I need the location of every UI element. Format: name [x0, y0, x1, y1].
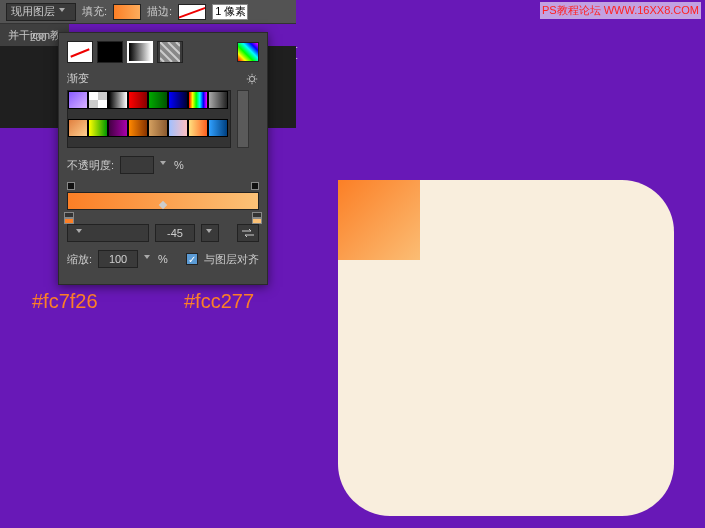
canvas-gradient-square — [338, 180, 420, 260]
gradient-title: 渐变 — [67, 71, 89, 86]
align-with-layer-checkbox[interactable] — [186, 253, 198, 265]
ruler-tick: 200 — [30, 32, 47, 43]
gradient-presets — [67, 90, 231, 148]
opacity-stop-right[interactable] — [251, 182, 259, 190]
fill-none-button[interactable] — [67, 41, 93, 63]
gradient-section: 渐变 — [67, 71, 259, 86]
angle-input[interactable]: -45 — [155, 224, 195, 242]
opacity-input[interactable] — [120, 156, 154, 174]
stroke-swatch[interactable] — [178, 4, 206, 20]
opacity-unit: % — [174, 159, 184, 171]
color-stop-right[interactable] — [252, 212, 262, 224]
fill-pattern-button[interactable] — [157, 41, 183, 63]
gradient-preset[interactable] — [168, 91, 188, 109]
angle-stepper — [201, 224, 219, 242]
options-bar: 现用图层 填充: 描边: — [0, 0, 296, 24]
gradient-preset[interactable] — [108, 91, 128, 109]
color-stop-left[interactable] — [64, 212, 74, 224]
gradient-preset[interactable] — [208, 91, 228, 109]
layer-mode-label: 现用图层 — [11, 4, 55, 19]
opacity-label: 不透明度: — [67, 158, 114, 173]
stroke-width-input[interactable] — [212, 4, 248, 20]
gradient-preset[interactable] — [128, 91, 148, 109]
gradient-preset[interactable] — [148, 119, 168, 137]
presets-scrollbar[interactable] — [237, 90, 249, 148]
opacity-stop-left[interactable] — [67, 182, 75, 190]
scale-unit: % — [158, 253, 168, 265]
chevron-down-icon — [76, 229, 84, 237]
hex-annotation-left: #fc7f26 — [32, 290, 98, 313]
gradient-preset[interactable] — [108, 119, 128, 137]
hex-annotation-right: #fcc277 — [184, 290, 254, 313]
chevron-down-icon[interactable] — [144, 255, 152, 263]
align-label: 与图层对齐 — [204, 252, 259, 267]
gradient-type-dropdown[interactable] — [67, 224, 149, 242]
fill-type-row — [67, 41, 259, 63]
gradient-preset[interactable] — [188, 91, 208, 109]
svg-point-1 — [249, 76, 254, 81]
gradient-preset[interactable] — [188, 119, 208, 137]
layer-mode-dropdown[interactable]: 现用图层 — [6, 3, 76, 21]
gradient-preset[interactable] — [128, 119, 148, 137]
gradient-preset[interactable] — [88, 119, 108, 137]
fill-label: 填充: — [82, 4, 107, 19]
watermark: PS教程论坛 WWW.16XX8.COM — [540, 2, 701, 19]
gradient-preset[interactable] — [68, 91, 88, 109]
fill-solid-button[interactable] — [97, 41, 123, 63]
color-picker-button[interactable] — [237, 42, 259, 62]
gear-icon[interactable] — [245, 72, 259, 86]
fill-gradient-button[interactable] — [127, 41, 153, 63]
stroke-label: 描边: — [147, 4, 172, 19]
gradient-preset[interactable] — [148, 91, 168, 109]
scale-input[interactable]: 100 — [98, 250, 138, 268]
chevron-down-icon[interactable] — [160, 161, 168, 169]
chevron-down-icon — [59, 8, 67, 16]
fill-swatch[interactable] — [113, 4, 141, 20]
scale-label: 缩放: — [67, 252, 92, 267]
gradient-preset[interactable] — [88, 91, 108, 109]
gradient-preset[interactable] — [168, 119, 188, 137]
gradient-preset[interactable] — [68, 119, 88, 137]
angle-down-button[interactable] — [201, 224, 219, 242]
gradient-editor — [67, 182, 259, 224]
reverse-gradient-button[interactable] — [237, 224, 259, 242]
fill-popover: 渐变 不透明度: % -45 缩放: 100 % — [58, 32, 268, 285]
gradient-preset[interactable] — [208, 119, 228, 137]
